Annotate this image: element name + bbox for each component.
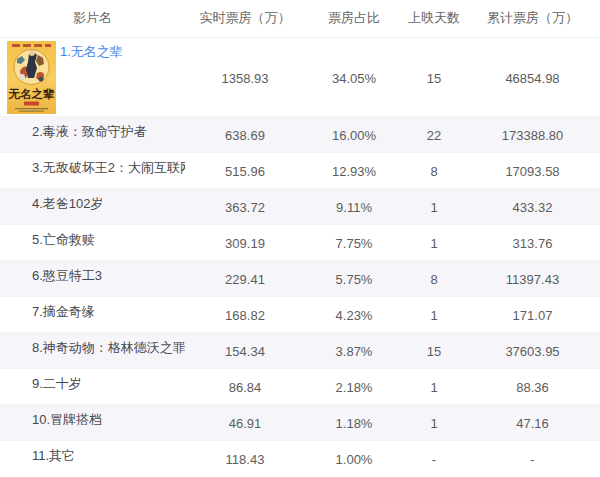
boxoffice-share-value: 4.23%	[305, 296, 403, 332]
column-header-days-released: 上映天数	[403, 0, 465, 37]
movie-poster[interactable]: 无名之辈	[7, 41, 56, 114]
movie-row[interactable]: 10.冒牌搭档 46.91 1.18% 1 47.16	[0, 404, 600, 440]
days-released-value: 22	[403, 116, 465, 152]
realtime-boxoffice-value: 86.84	[185, 368, 305, 404]
movie-name-cell[interactable]: 无名之辈 1.无名之辈	[0, 37, 185, 116]
movie-row[interactable]: 9.二十岁 86.84 2.18% 1 88.36	[0, 368, 600, 404]
total-boxoffice-value: 46854.98	[465, 37, 600, 116]
days-released-value: 1	[403, 224, 465, 260]
total-boxoffice-value: 37603.95	[465, 332, 600, 368]
movie-name-cell[interactable]: 6.憨豆特工3	[0, 260, 185, 296]
movie-name[interactable]: 4.老爸102岁	[32, 196, 104, 211]
movie-name-cell[interactable]: 11.其它	[0, 440, 185, 476]
realtime-boxoffice-value: 1358.93	[185, 37, 305, 116]
realtime-boxoffice-value: 46.91	[185, 404, 305, 440]
realtime-boxoffice-value: 309.19	[185, 224, 305, 260]
boxoffice-share-value: 3.87%	[305, 332, 403, 368]
boxoffice-share-value: 12.93%	[305, 152, 403, 188]
total-boxoffice-value: 88.36	[465, 368, 600, 404]
movie-row[interactable]: 8.神奇动物：格林德沃之罪 154.34 3.87% 15 37603.95	[0, 332, 600, 368]
movie-name-cell[interactable]: 7.摘金奇缘	[0, 296, 185, 332]
realtime-boxoffice-value: 168.82	[185, 296, 305, 332]
svg-text:无名之辈: 无名之辈	[8, 87, 56, 100]
movie-name[interactable]: 6.憨豆特工3	[32, 268, 102, 283]
total-boxoffice-value: 47.16	[465, 404, 600, 440]
movie-row[interactable]: 7.摘金奇缘 168.82 4.23% 1 171.07	[0, 296, 600, 332]
total-boxoffice-value: 433.32	[465, 188, 600, 224]
movie-name[interactable]: 5.亡命救赎	[32, 232, 95, 247]
total-boxoffice-value: 313.76	[465, 224, 600, 260]
movie-name-cell[interactable]: 8.神奇动物：格林德沃之罪	[0, 332, 185, 368]
movie-name-cell[interactable]: 3.无敌破坏王2：大闹互联网	[0, 152, 185, 188]
column-header-total-boxoffice: 累计票房（万）	[465, 0, 600, 37]
movie-name[interactable]: 10.冒牌搭档	[32, 412, 102, 427]
total-boxoffice-value: 17093.58	[465, 152, 600, 188]
days-released-value: 15	[403, 37, 465, 116]
movie-row[interactable]: 6.憨豆特工3 229.41 5.75% 8 11397.43	[0, 260, 600, 296]
table-header: 影片名 实时票房（万） 票房占比 上映天数 累计票房（万）	[0, 0, 600, 37]
days-released-value: 8	[403, 152, 465, 188]
boxoffice-share-value: 16.00%	[305, 116, 403, 152]
movie-name-cell[interactable]: 9.二十岁	[0, 368, 185, 404]
movie-name-cell[interactable]: 10.冒牌搭档	[0, 404, 185, 440]
movie-row[interactable]: 11.其它 118.43 1.00% - -	[0, 440, 600, 476]
total-boxoffice-value: 171.07	[465, 296, 600, 332]
total-boxoffice-value: 11397.43	[465, 260, 600, 296]
box-office-table: 影片名 实时票房（万） 票房占比 上映天数 累计票房（万）	[0, 0, 600, 476]
boxoffice-share-value: 1.18%	[305, 404, 403, 440]
boxoffice-share-value: 34.05%	[305, 37, 403, 116]
movie-row[interactable]: 5.亡命救赎 309.19 7.75% 1 313.76	[0, 224, 600, 260]
realtime-boxoffice-value: 118.43	[185, 440, 305, 476]
movie-poster-art: 无名之辈	[7, 41, 56, 114]
boxoffice-share-value: 7.75%	[305, 224, 403, 260]
days-released-value: 1	[403, 296, 465, 332]
movie-name[interactable]: 3.无敌破坏王2：大闹互联网	[32, 160, 185, 175]
realtime-boxoffice-value: 638.69	[185, 116, 305, 152]
days-released-value: 1	[403, 368, 465, 404]
movie-name-cell[interactable]: 2.毒液：致命守护者	[0, 116, 185, 152]
movie-row[interactable]: 4.老爸102岁 363.72 9.11% 1 433.32	[0, 188, 600, 224]
movie-name[interactable]: 9.二十岁	[32, 376, 82, 391]
movie-name[interactable]: 8.神奇动物：格林德沃之罪	[32, 340, 185, 355]
realtime-boxoffice-value: 363.72	[185, 188, 305, 224]
boxoffice-share-value: 5.75%	[305, 260, 403, 296]
movie-name-cell[interactable]: 5.亡命救赎	[0, 224, 185, 260]
boxoffice-share-value: 1.00%	[305, 440, 403, 476]
days-released-value: 15	[403, 332, 465, 368]
movie-name[interactable]: 2.毒液：致命守护者	[32, 124, 147, 139]
column-header-realtime-boxoffice: 实时票房（万）	[185, 0, 305, 37]
total-boxoffice-value: 173388.80	[465, 116, 600, 152]
realtime-boxoffice-value: 229.41	[185, 260, 305, 296]
boxoffice-share-value: 2.18%	[305, 368, 403, 404]
days-released-value: 8	[403, 260, 465, 296]
days-released-value: 1	[403, 188, 465, 224]
movie-name[interactable]: 11.其它	[32, 448, 75, 463]
movie-name-cell[interactable]: 4.老爸102岁	[0, 188, 185, 224]
boxoffice-share-value: 9.11%	[305, 188, 403, 224]
days-released-value: -	[403, 440, 465, 476]
movie-name[interactable]: 1.无名之辈	[60, 41, 123, 61]
total-boxoffice-value: -	[465, 440, 600, 476]
realtime-boxoffice-value: 154.34	[185, 332, 305, 368]
movie-row[interactable]: 2.毒液：致命守护者 638.69 16.00% 22 173388.80	[0, 116, 600, 152]
movie-table-body: 无名之辈 1.无名之辈 1358.93 34.05% 15 46854.98 2…	[0, 37, 600, 476]
column-header-movie-name: 影片名	[0, 0, 185, 37]
realtime-boxoffice-value: 515.96	[185, 152, 305, 188]
days-released-value: 1	[403, 404, 465, 440]
movie-row[interactable]: 3.无敌破坏王2：大闹互联网 515.96 12.93% 8 17093.58	[0, 152, 600, 188]
column-header-boxoffice-share: 票房占比	[305, 0, 403, 37]
movie-name[interactable]: 7.摘金奇缘	[32, 304, 95, 319]
movie-row[interactable]: 无名之辈 1.无名之辈 1358.93 34.05% 15 46854.98	[0, 37, 600, 116]
